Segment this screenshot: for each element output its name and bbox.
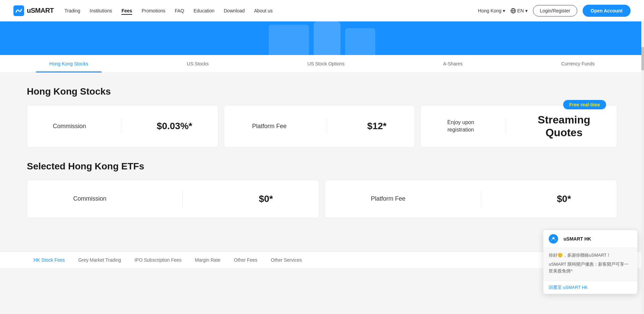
- enjoy-text-block: Enjoy upon registration: [447, 119, 474, 134]
- nav-links: Trading Institutions Fees Promotions FAQ…: [64, 7, 272, 15]
- hk-etfs-cards-row: Commission $0* Platform Fee $0*: [27, 180, 617, 218]
- tab-us-options[interactable]: US Stock Options: [294, 55, 358, 72]
- nav-faq[interactable]: FAQ: [175, 7, 184, 15]
- nav-institutions[interactable]: Institutions: [90, 7, 112, 15]
- sub-tab-margin-rate[interactable]: Margin Rate: [188, 252, 227, 268]
- region-chevron-icon: ▾: [503, 8, 505, 13]
- navbar-left: uSMART Trading Institutions Fees Promoti…: [13, 5, 273, 16]
- sub-tab-ipo-fees[interactable]: IPO Subscription Fees: [128, 252, 188, 268]
- etf-commission-value: $0*: [259, 194, 273, 204]
- streaming-divider: [506, 118, 506, 134]
- region-label: Hong Kong: [478, 8, 501, 13]
- chat-widget: uSMART HK 你好🙂，多謝你聯絡uSMART！ uSMART 限時開戶優惠…: [543, 230, 637, 268]
- chat-header: uSMART HK: [543, 230, 637, 248]
- hero-device-left: [269, 25, 309, 55]
- nav-education[interactable]: Education: [194, 7, 214, 15]
- chat-avatar: [549, 234, 558, 244]
- lang-chevron-icon: ▾: [525, 8, 528, 13]
- nav-promotions[interactable]: Promotions: [142, 7, 165, 15]
- hk-stocks-cards-row: Commission $0.03%* Platform Fee $12* Fre…: [27, 105, 617, 148]
- logo[interactable]: uSMART: [13, 5, 54, 16]
- logo-text: uSMART: [27, 7, 54, 14]
- sub-tab-grey-market[interactable]: Grey Market Trading: [71, 252, 128, 268]
- quotes-label: Quotes: [538, 126, 590, 139]
- region-selector[interactable]: Hong Kong ▾: [478, 8, 505, 13]
- sub-tab-other-fees[interactable]: Other Fees: [227, 252, 264, 268]
- scrollbar-thumb[interactable]: [641, 47, 644, 70]
- nav-download[interactable]: Download: [224, 7, 245, 15]
- platform-fee-divider: [327, 118, 327, 134]
- etf-platform-fee-card: Platform Fee $0*: [325, 180, 617, 218]
- enjoy-line2: registration: [447, 126, 474, 134]
- sub-tab-hk-stock-fees[interactable]: HK Stock Fees: [27, 252, 71, 268]
- scrollbar[interactable]: [641, 0, 644, 268]
- platform-fee-card: Platform Fee $12*: [224, 105, 415, 148]
- tabs-container: Hong Kong Stocks US Stocks US Stock Opti…: [0, 55, 644, 73]
- navbar: uSMART Trading Institutions Fees Promoti…: [0, 0, 644, 21]
- nav-about[interactable]: About us: [254, 7, 273, 15]
- tab-us-stocks[interactable]: US Stocks: [173, 55, 222, 72]
- commission-divider: [121, 118, 121, 134]
- hero-device-main: [314, 21, 340, 55]
- chat-avatar-icon: [551, 236, 556, 242]
- commission-value: $0.03%*: [157, 121, 192, 132]
- hero-banner: [0, 21, 644, 55]
- etf-commission-divider: [182, 191, 183, 207]
- commission-label: Commission: [53, 123, 86, 130]
- chat-messages: 你好🙂，多謝你聯絡uSMART！ uSMART 限時開戶優惠：新客開戶可享一世美…: [543, 248, 637, 268]
- platform-fee-value: $12*: [367, 121, 387, 132]
- chat-message-2: uSMART 限時開戶優惠：新客開戶可享一世美股免佣^: [549, 261, 632, 268]
- lang-selector[interactable]: EN ▾: [511, 8, 527, 13]
- chat-agent-name: uSMART HK: [564, 236, 591, 242]
- commission-card: Commission $0.03%*: [27, 105, 218, 148]
- platform-fee-label: Platform Fee: [252, 123, 287, 130]
- nav-fees[interactable]: Fees: [121, 7, 132, 15]
- tab-a-shares[interactable]: A-Shares: [430, 55, 476, 72]
- tab-hk-stocks[interactable]: Hong Kong Stocks: [36, 55, 102, 72]
- streaming-quotes-card: Free real-time Enjoy upon registration S…: [420, 105, 617, 148]
- globe-icon: [511, 8, 516, 13]
- enjoy-line1: Enjoy upon: [447, 119, 474, 126]
- chat-message-1: 你好🙂，多謝你聯絡uSMART！: [549, 252, 632, 259]
- open-account-button[interactable]: Open Account: [583, 5, 631, 17]
- tab-currency-funds[interactable]: Currency Funds: [548, 55, 608, 72]
- hk-etfs-title: Selected Hong Kong ETFs: [27, 161, 617, 172]
- login-register-button[interactable]: Login/Register: [533, 5, 577, 16]
- etf-platform-fee-value: $0*: [557, 194, 571, 204]
- etf-commission-card: Commission $0*: [27, 180, 319, 218]
- nav-trading[interactable]: Trading: [64, 7, 80, 15]
- logo-icon: [13, 5, 24, 16]
- navbar-right: Hong Kong ▾ EN ▾ Login/Register Open Acc…: [478, 5, 631, 17]
- streaming-text-block: Streaming Quotes: [538, 113, 590, 139]
- sub-tab-other-services[interactable]: Other Services: [264, 252, 309, 268]
- hero-device-right: [345, 28, 375, 55]
- lang-label: EN: [517, 8, 524, 13]
- main-content: Hong Kong Stocks Commission $0.03%* Plat…: [0, 73, 644, 252]
- streaming-label: Streaming: [538, 113, 590, 126]
- etf-platform-fee-divider: [481, 191, 481, 207]
- etf-platform-fee-label: Platform Fee: [371, 195, 406, 202]
- free-real-time-badge: Free real-time: [563, 100, 606, 109]
- hk-stocks-title: Hong Kong Stocks: [27, 86, 617, 97]
- etf-commission-label: Commission: [73, 195, 106, 202]
